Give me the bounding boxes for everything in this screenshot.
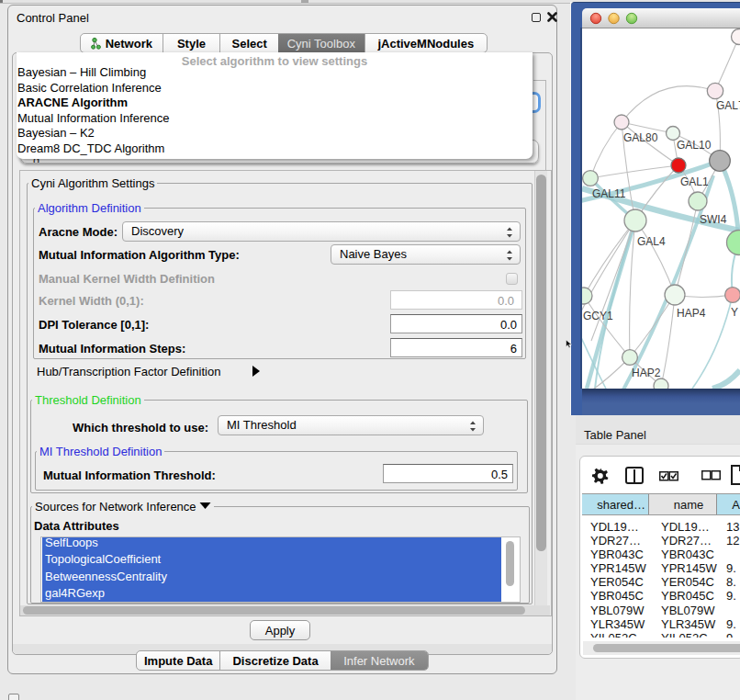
svg-text:GAL11: GAL11 bbox=[592, 187, 626, 200]
svg-text:GAL1: GAL1 bbox=[680, 175, 709, 188]
svg-text:Y: Y bbox=[731, 306, 738, 319]
svg-text:HAP4: HAP4 bbox=[677, 307, 706, 320]
svg-text:GCY1: GCY1 bbox=[583, 310, 613, 322]
svg-text:GAL4: GAL4 bbox=[637, 235, 666, 248]
svg-text:GAL80: GAL80 bbox=[623, 131, 658, 144]
svg-text:HAP2: HAP2 bbox=[632, 367, 661, 379]
svg-text:GAL10: GAL10 bbox=[677, 139, 712, 152]
svg-text:GAL7: GAL7 bbox=[716, 99, 740, 112]
svg-text:SWI4: SWI4 bbox=[700, 213, 727, 226]
